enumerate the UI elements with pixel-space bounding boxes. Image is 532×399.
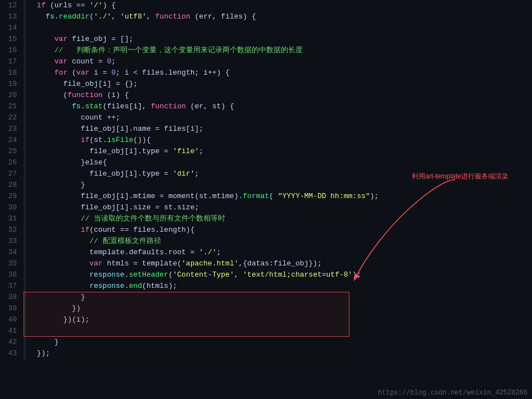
table-row: 16 // 判断条件：声明一个变量，这个变量用来记录两个数据的中数据的长度 bbox=[0, 45, 532, 56]
line-code: fs.stat(files[i], function (er, st) { bbox=[26, 101, 532, 112]
line-number: 19 bbox=[0, 79, 24, 90]
line-code: }); bbox=[26, 348, 532, 359]
line-number: 12 bbox=[0, 0, 24, 11]
table-row: 29 file_obj[i].mtime = moment(st.mtime).… bbox=[0, 191, 532, 202]
table-row: 25 file_obj[i].type = 'file'; bbox=[0, 146, 532, 157]
table-row: 31 // 当读取的文件个数与所有文件个数相等时 bbox=[0, 213, 532, 224]
line-number: 36 bbox=[0, 269, 24, 281]
line-code: })(i); bbox=[26, 314, 532, 325]
line-number: 24 bbox=[0, 135, 24, 146]
line-number: 32 bbox=[0, 224, 24, 236]
line-code bbox=[26, 22, 532, 34]
line-code: file_obj[i].type = 'dir'; bbox=[26, 168, 532, 180]
line-number: 14 bbox=[0, 22, 24, 34]
table-row: 24 if(st.isFile()){ bbox=[0, 135, 532, 146]
line-number: 39 bbox=[0, 303, 24, 314]
line-code: // 判断条件：声明一个变量，这个变量用来记录两个数据的中数据的长度 bbox=[26, 45, 532, 56]
table-row: 20 (function (i) { bbox=[0, 90, 532, 101]
table-row: 12 if (urls == '/') { bbox=[0, 0, 532, 11]
line-number: 41 bbox=[0, 325, 24, 337]
line-code: file_obj[i].type = 'file'; bbox=[26, 146, 532, 157]
line-code: fs.readdir('./', 'utf8', function (err, … bbox=[26, 11, 532, 22]
table-row: 39 }) bbox=[0, 303, 532, 314]
line-number: 27 bbox=[0, 168, 24, 180]
footer-url: https://blog.csdn.net/weixin_42528266 bbox=[378, 389, 528, 397]
line-code: // 当读取的文件个数与所有文件个数相等时 bbox=[26, 213, 532, 224]
table-row: 32 if(count == files.length){ bbox=[0, 224, 532, 236]
table-row: 18 for (var i = 0; i < files.length; i++… bbox=[0, 67, 532, 79]
line-code: response.setHeader('Content-Type', 'text… bbox=[26, 269, 532, 281]
line-number: 40 bbox=[0, 314, 24, 325]
table-row: 14 bbox=[0, 22, 532, 34]
line-number: 38 bbox=[0, 292, 24, 303]
line-code: if(st.isFile()){ bbox=[26, 135, 532, 146]
table-row: 38 } bbox=[0, 292, 532, 303]
line-code: } bbox=[26, 180, 532, 191]
line-number: 34 bbox=[0, 247, 24, 258]
line-code: template.defaults.root = './'; bbox=[26, 247, 532, 258]
line-code: if (urls == '/') { bbox=[26, 0, 532, 11]
line-number: 42 bbox=[0, 337, 24, 348]
line-number: 22 bbox=[0, 112, 24, 123]
line-code: count ++; bbox=[26, 112, 532, 123]
line-code: var htmls = template('apache.html',{data… bbox=[26, 258, 532, 269]
line-code: response.end(htmls); bbox=[26, 281, 532, 292]
table-row: 22 count ++; bbox=[0, 112, 532, 123]
code-table: 12 if (urls == '/') {13 fs.readdir('./',… bbox=[0, 0, 532, 359]
table-row: 42 } bbox=[0, 337, 532, 348]
table-row: 17 var count = 0; bbox=[0, 56, 532, 67]
table-row: 27 file_obj[i].type = 'dir'; bbox=[0, 168, 532, 180]
line-number: 33 bbox=[0, 236, 24, 247]
table-row: 34 template.defaults.root = './'; bbox=[0, 247, 532, 258]
line-code: if(count == files.length){ bbox=[26, 224, 532, 236]
line-number: 25 bbox=[0, 146, 24, 157]
line-code: (function (i) { bbox=[26, 90, 532, 101]
table-row: 30 file_obj[i].size = st.size; bbox=[0, 202, 532, 213]
line-number: 43 bbox=[0, 348, 24, 359]
line-number: 15 bbox=[0, 34, 24, 45]
line-code: file_obj[i].name = files[i]; bbox=[26, 123, 532, 135]
line-code: } bbox=[26, 292, 532, 303]
line-code: } bbox=[26, 337, 532, 348]
table-row: 23 file_obj[i].name = files[i]; bbox=[0, 123, 532, 135]
line-code: // 配置模板文件路径 bbox=[26, 236, 532, 247]
table-row: 28 } bbox=[0, 180, 532, 191]
line-code bbox=[26, 325, 532, 337]
line-number: 16 bbox=[0, 45, 24, 56]
line-number: 17 bbox=[0, 56, 24, 67]
line-number: 30 bbox=[0, 202, 24, 213]
line-code: file_obj[i].mtime = moment(st.mtime).for… bbox=[26, 191, 532, 202]
table-row: 35 var htmls = template('apache.html',{d… bbox=[0, 258, 532, 269]
line-code: var file_obj = []; bbox=[26, 34, 532, 45]
table-row: 13 fs.readdir('./', 'utf8', function (er… bbox=[0, 11, 532, 22]
line-code: }) bbox=[26, 303, 532, 314]
table-row: 43 }); bbox=[0, 348, 532, 359]
table-row: 21 fs.stat(files[i], function (er, st) { bbox=[0, 101, 532, 112]
line-number: 18 bbox=[0, 67, 24, 79]
line-code: var count = 0; bbox=[26, 56, 532, 67]
code-editor: 12 if (urls == '/') {13 fs.readdir('./',… bbox=[0, 0, 532, 399]
line-code: for (var i = 0; i < files.length; i++) { bbox=[26, 67, 532, 79]
table-row: 41 bbox=[0, 325, 532, 337]
line-code: file_obj[i].size = st.size; bbox=[26, 202, 532, 213]
table-row: 40 })(i); bbox=[0, 314, 532, 325]
line-code: file_obj[i] = {}; bbox=[26, 79, 532, 90]
line-number: 26 bbox=[0, 157, 24, 168]
table-row: 33 // 配置模板文件路径 bbox=[0, 236, 532, 247]
line-number: 23 bbox=[0, 123, 24, 135]
table-row: 26 }else{ bbox=[0, 157, 532, 168]
line-number: 29 bbox=[0, 191, 24, 202]
line-number: 13 bbox=[0, 11, 24, 22]
line-number: 28 bbox=[0, 180, 24, 191]
table-row: 19 file_obj[i] = {}; bbox=[0, 79, 532, 90]
table-row: 15 var file_obj = []; bbox=[0, 34, 532, 45]
line-number: 35 bbox=[0, 258, 24, 269]
line-code: }else{ bbox=[26, 157, 532, 168]
line-number: 37 bbox=[0, 281, 24, 292]
line-number: 20 bbox=[0, 90, 24, 101]
table-row: 37 response.end(htmls); bbox=[0, 281, 532, 292]
line-number: 21 bbox=[0, 101, 24, 112]
table-row: 36 response.setHeader('Content-Type', 't… bbox=[0, 269, 532, 281]
line-number: 31 bbox=[0, 213, 24, 224]
